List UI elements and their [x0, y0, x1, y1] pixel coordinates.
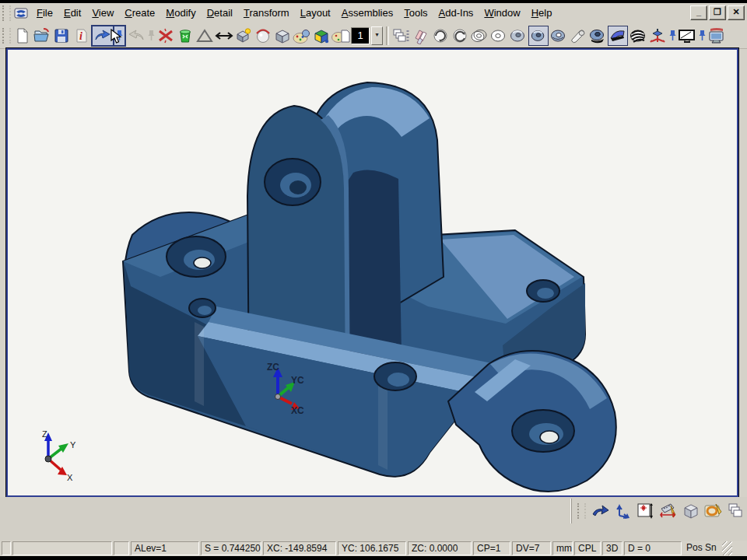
status-scale: S = 0.744250	[201, 541, 261, 555]
rotate-view-a-icon[interactable]	[431, 26, 450, 46]
status-xc: XC: -149.8594	[263, 541, 336, 555]
redo-icon[interactable]	[127, 26, 146, 46]
model-bracket	[123, 82, 616, 492]
menubar-grip[interactable]	[2, 5, 11, 21]
status-zc: ZC: 0.0000	[408, 541, 472, 555]
shade-cube-sun-icon[interactable]	[234, 26, 253, 46]
corner-triad: Z Y X	[42, 429, 76, 482]
layer-color-cube-icon[interactable]	[312, 26, 331, 46]
menu-edit[interactable]: Edit	[58, 5, 86, 22]
status-mode[interactable]: 3D	[602, 541, 622, 555]
color-palette-sphere-icon[interactable]	[293, 26, 311, 46]
triad-y-label: Y	[70, 440, 76, 450]
status-cell-blank-b	[114, 541, 129, 555]
status-units[interactable]: mm	[552, 541, 573, 555]
window-controls: _ ❐ ✕	[690, 5, 745, 20]
save-icon[interactable]	[52, 26, 71, 46]
bottom-toolbar	[571, 499, 745, 523]
recycle-bin-icon[interactable]	[176, 26, 195, 46]
mouse-cursor	[110, 29, 123, 44]
wcs-x-label: XC	[291, 405, 304, 416]
pin-b-icon[interactable]	[697, 26, 707, 46]
measure-ruler-icon[interactable]	[659, 501, 678, 521]
bottom-toolbar-grip[interactable]	[577, 503, 586, 519]
shaded-torus-selected-icon[interactable]	[528, 26, 549, 46]
status-cp: CP=1	[473, 541, 510, 555]
shaded-torus-shadow-icon[interactable]	[588, 26, 607, 46]
viewport-canvas[interactable]: ZC YC XC Z Y X	[6, 48, 738, 497]
menu-file[interactable]: File	[31, 5, 58, 22]
menu-detail[interactable]: Detail	[202, 5, 238, 22]
resize-grip[interactable]	[722, 541, 732, 555]
prompt-area	[0, 497, 747, 541]
menu-addins[interactable]: Add-Ins	[433, 5, 479, 22]
sheet-stack-icon[interactable]	[727, 501, 745, 521]
axes-move-icon[interactable]	[614, 501, 633, 521]
triangle-icon[interactable]	[195, 26, 214, 46]
zebra-analysis-icon[interactable]	[629, 26, 647, 46]
new-document-icon[interactable]	[13, 26, 32, 46]
delete-icon[interactable]	[156, 26, 175, 46]
toolbar-grip[interactable]	[2, 28, 11, 44]
viewport-monitor-icon[interactable]	[678, 26, 696, 46]
blank-holder-icon[interactable]	[412, 26, 430, 46]
triad-x-label: X	[67, 473, 73, 482]
status-alev: ALev=1	[131, 541, 199, 555]
triad-z-label: Z	[42, 429, 47, 439]
minimize-button[interactable]: _	[690, 5, 707, 20]
csys-axes-icon[interactable]	[648, 26, 667, 46]
close-button[interactable]: ✕	[728, 5, 745, 20]
svg-text:i: i	[79, 30, 82, 42]
pin-a-icon[interactable]	[668, 26, 677, 46]
point-dimension-icon[interactable]	[637, 501, 655, 521]
material-sphere-icon[interactable]	[254, 26, 272, 46]
status-pos-snap[interactable]: Pos Sn	[683, 541, 721, 555]
shaded-torus-gray-icon[interactable]	[509, 26, 528, 46]
wcs-z-label: ZC	[267, 362, 279, 373]
menu-transform[interactable]: Transform	[238, 5, 295, 22]
info-tag-icon[interactable]: i	[72, 26, 90, 46]
stack-sheets-icon[interactable]	[392, 26, 411, 46]
wcs-y-label: YC	[291, 375, 304, 386]
shaded-surface-selected-icon[interactable]	[608, 26, 628, 46]
open-folder-icon[interactable]	[33, 26, 51, 46]
menu-bar: File Edit View Create Modify Detail Tran…	[0, 3, 747, 24]
menu-window[interactable]: Window	[479, 5, 525, 22]
status-yc: YC: 106.1675	[338, 541, 406, 555]
palette-page-icon[interactable]	[331, 26, 350, 46]
menu-modify[interactable]: Modify	[160, 5, 201, 22]
menu-tools[interactable]: Tools	[398, 5, 433, 22]
menu-create[interactable]: Create	[119, 5, 160, 22]
menu-assemblies[interactable]: Assemblies	[336, 5, 398, 22]
layer-selector[interactable]: 1	[351, 27, 370, 44]
redo-options-icon[interactable]	[146, 26, 156, 46]
menu-view[interactable]: View	[86, 5, 119, 22]
solid-cube-icon[interactable]	[273, 26, 292, 46]
application-window: File Edit View Create Modify Detail Tran…	[0, 3, 747, 556]
status-cpl[interactable]: CPL	[574, 541, 601, 555]
status-prompt-field	[12, 541, 112, 555]
bounding-box-icon[interactable]	[682, 501, 700, 521]
app-logo-icon	[14, 7, 28, 19]
cylinder-icon[interactable]	[569, 26, 587, 46]
model-view: ZC YC XC Z Y X	[8, 50, 736, 495]
display-screen-icon[interactable]	[707, 26, 726, 46]
rotate-view-b-icon[interactable]	[451, 26, 469, 46]
status-dv: DV=7	[512, 541, 551, 555]
status-bar: ALev=1 S = 0.744250 XC: -149.8594 YC: 10…	[0, 541, 747, 556]
hidden-line-torus-icon[interactable]	[489, 26, 508, 46]
dynamic-pan-icon[interactable]	[591, 501, 610, 521]
menu-layout[interactable]: Layout	[295, 5, 336, 22]
sketch-circle-icon[interactable]	[704, 501, 723, 521]
toolbar-separator	[386, 26, 389, 45]
restore-button[interactable]: ❐	[709, 5, 726, 20]
shaded-torus-blue-icon[interactable]	[549, 26, 568, 46]
status-d: D = 0	[624, 541, 682, 555]
menu-help[interactable]: Help	[526, 5, 558, 22]
status-cell-blank-a	[2, 541, 11, 555]
wireframe-torus-icon[interactable]	[470, 26, 489, 46]
stretch-arrow-icon[interactable]	[215, 26, 233, 46]
layer-dropdown-icon[interactable]: ▾	[371, 26, 383, 45]
